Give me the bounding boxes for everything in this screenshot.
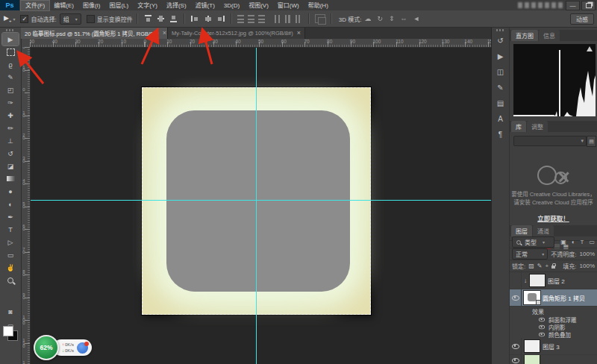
eye-icon[interactable] bbox=[539, 324, 545, 329]
panel-drag-handle[interactable] bbox=[496, 29, 505, 31]
rounded-rectangle-shape[interactable] bbox=[166, 110, 350, 292]
layer-effect-row[interactable]: 内阴影 bbox=[510, 323, 597, 330]
pen-tool[interactable]: ✒ bbox=[2, 210, 19, 223]
menu-item[interactable]: 图像(I) bbox=[78, 1, 105, 10]
crop-tool[interactable]: ◰ bbox=[2, 84, 19, 96]
eye-icon[interactable] bbox=[539, 317, 545, 321]
filter-pixel-layers-icon[interactable]: ▣ bbox=[560, 239, 566, 245]
layer-row[interactable] bbox=[510, 355, 597, 364]
tab-close-icon[interactable]: × bbox=[163, 29, 166, 37]
collapsed-panel-history-icon[interactable]: ↺ bbox=[492, 33, 509, 48]
visibility-toggle[interactable] bbox=[510, 272, 522, 289]
panel-tab[interactable]: 直方图 bbox=[511, 30, 538, 41]
histogram-warning-icon[interactable] bbox=[587, 46, 593, 51]
menu-item[interactable]: 帮助(H) bbox=[304, 1, 333, 10]
collapsed-panel-brush-icon[interactable]: ✎ bbox=[492, 80, 509, 95]
menu-item[interactable]: 图层(L) bbox=[104, 1, 133, 10]
library-menu-button[interactable]: ▤ bbox=[587, 136, 596, 147]
eye-icon[interactable] bbox=[539, 332, 545, 336]
panel-tab[interactable]: 调整 bbox=[527, 121, 548, 132]
zoom-tool[interactable] bbox=[2, 274, 19, 286]
percent-ball[interactable]: 62% bbox=[34, 335, 59, 360]
collapsed-panel-brush-presets-icon[interactable]: ▤ bbox=[492, 95, 509, 111]
menu-item[interactable]: 文字(Y) bbox=[133, 1, 162, 10]
library-select-dropdown[interactable]: ▾ bbox=[513, 136, 587, 146]
align-right-edges-button[interactable] bbox=[216, 14, 225, 23]
distribute-top-button[interactable] bbox=[237, 15, 244, 23]
restore-button[interactable] bbox=[581, 1, 596, 10]
horizontal-ruler[interactable]: 5040302010010203040506070809010011012013… bbox=[30, 39, 491, 48]
collapsed-panel-paragraph-icon[interactable]: ¶ bbox=[492, 127, 509, 142]
layer-effect-row[interactable]: 斜面和浮雕 bbox=[510, 316, 597, 323]
path-selection-tool[interactable]: ▷ bbox=[2, 236, 19, 248]
eraser-tool[interactable]: ◪ bbox=[2, 160, 19, 172]
clone-stamp-tool[interactable]: ⊥ bbox=[2, 134, 19, 147]
network-speed-overlay[interactable]: 62% 0K/s 0K/s bbox=[34, 335, 92, 360]
vertical-guide[interactable] bbox=[256, 47, 257, 364]
tool-preset-arrow-icon[interactable]: ▾ bbox=[13, 16, 15, 22]
align-top-edges-button[interactable] bbox=[143, 14, 153, 23]
menu-item[interactable]: 文件(F) bbox=[21, 1, 49, 10]
get-creative-cloud-link[interactable]: 立即获取！ bbox=[510, 213, 597, 222]
show-transform-checkbox[interactable]: ✓ bbox=[87, 15, 95, 23]
assistant-icon[interactable] bbox=[77, 342, 88, 354]
align-bottom-edges-button[interactable] bbox=[169, 14, 178, 23]
layer-row[interactable]: 圆角矩形 1 拷贝 bbox=[510, 289, 597, 307]
collapsed-panel-character-icon[interactable]: A bbox=[492, 111, 509, 127]
quick-selection-tool[interactable]: ✎ bbox=[2, 71, 19, 84]
dodge-tool[interactable]: ◐ bbox=[2, 198, 19, 210]
lasso-tool[interactable]: ϱ bbox=[2, 58, 19, 71]
visibility-toggle[interactable] bbox=[510, 338, 522, 354]
menu-item[interactable]: 编辑(E) bbox=[49, 1, 78, 10]
layer-filter-dropdown[interactable]: 类型 ▾ bbox=[512, 236, 554, 248]
distribute-horizontal-centers-button[interactable] bbox=[285, 15, 292, 23]
gradient-tool[interactable] bbox=[2, 172, 19, 185]
distribute-vertical-centers-button[interactable] bbox=[248, 15, 254, 23]
filter-shape-layers-icon[interactable]: ▭ bbox=[589, 239, 595, 245]
minimize-button[interactable]: — bbox=[566, 1, 580, 10]
layer-row[interactable]: ↓ 图层 2 bbox=[510, 272, 597, 289]
collapsed-panel-properties-icon[interactable]: ◫ bbox=[492, 64, 509, 80]
horizontal-guide[interactable] bbox=[30, 200, 491, 201]
layer-row[interactable]: 图层 3 bbox=[510, 338, 597, 355]
rectangular-marquee-tool[interactable] bbox=[2, 46, 19, 58]
menu-item[interactable]: 选择(S) bbox=[162, 1, 191, 10]
filter-type-layers-icon[interactable]: T bbox=[581, 239, 584, 245]
panel-tab[interactable]: 库 bbox=[511, 121, 526, 132]
opacity-value[interactable]: 100% bbox=[580, 251, 595, 257]
align-left-edges-button[interactable] bbox=[190, 14, 200, 23]
lock-image-pixels-icon[interactable]: ✎ bbox=[537, 263, 543, 269]
tab-close-icon[interactable]: × bbox=[297, 29, 301, 37]
blur-tool[interactable]: ● bbox=[2, 185, 19, 198]
3d-slide-icon[interactable]: ⇔ bbox=[400, 15, 407, 22]
panel-tab[interactable]: 通道 bbox=[533, 225, 554, 236]
collapsed-panel-actions-icon[interactable]: ▶ bbox=[492, 48, 509, 64]
distribute-right-button[interactable] bbox=[296, 15, 302, 23]
align-vertical-centers-button[interactable] bbox=[156, 14, 166, 23]
document-tab[interactable]: My-Tally-Counter-512x512.jpg @ 100%(RGB/… bbox=[168, 27, 305, 39]
panel-tab[interactable]: 信息 bbox=[539, 30, 560, 41]
foreground-color-swatch[interactable] bbox=[3, 326, 13, 336]
effects-header-row[interactable]: 效果 bbox=[510, 307, 597, 316]
3d-pan-icon[interactable]: ⇕ bbox=[389, 15, 395, 22]
menu-item[interactable]: 窗口(W) bbox=[273, 1, 304, 10]
distribute-bottom-button[interactable] bbox=[258, 15, 265, 23]
blend-mode-dropdown[interactable]: 正常 ▾ bbox=[512, 248, 548, 260]
filter-adjustment-layers-icon[interactable]: ◐ bbox=[572, 239, 575, 245]
document-tab[interactable]: 20 临摹图标.psd @ 51.7% (圆角矩形 1 拷贝, RGB/8) *… bbox=[21, 27, 168, 39]
auto-select-checkbox[interactable]: ✓ bbox=[20, 15, 28, 23]
visibility-toggle[interactable] bbox=[510, 289, 522, 306]
menu-item[interactable]: 3D(D) bbox=[219, 1, 244, 10]
spot-healing-brush-tool[interactable]: ✚ bbox=[2, 109, 19, 122]
visibility-toggle[interactable] bbox=[510, 355, 522, 364]
auto-select-dropdown[interactable]: 组 ▾ bbox=[60, 13, 81, 25]
lock-all-icon[interactable] bbox=[551, 266, 555, 269]
shape-tool[interactable]: ▭ bbox=[2, 248, 19, 261]
move-tool[interactable]: ▶ bbox=[2, 33, 19, 46]
3d-zoom-icon[interactable]: ◄ bbox=[413, 15, 419, 22]
distribute-left-button[interactable] bbox=[275, 15, 281, 23]
hand-tool[interactable]: ✌ bbox=[2, 261, 19, 274]
workspace-button[interactable]: 动感 bbox=[570, 13, 594, 25]
menu-item[interactable]: 视图(V) bbox=[244, 1, 273, 10]
quick-mask-mode-button[interactable]: ◙ bbox=[2, 306, 19, 318]
